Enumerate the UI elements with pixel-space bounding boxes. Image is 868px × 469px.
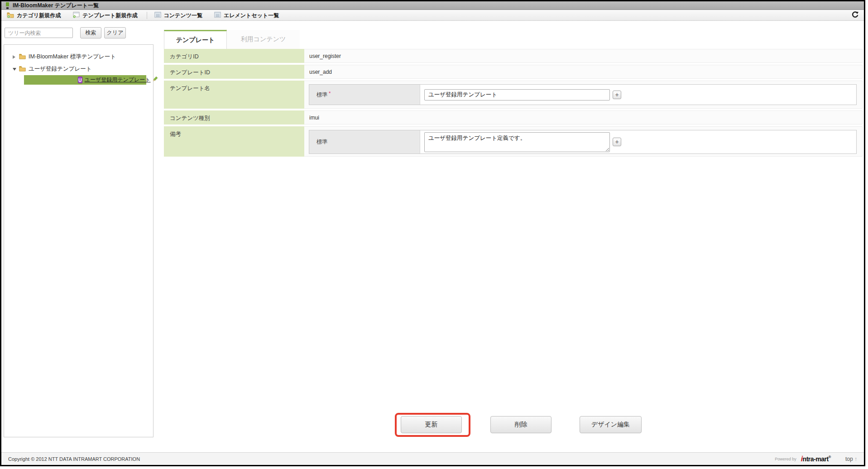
template-tree: IM-BloomMaker 標準テンプレート ユーザ登録テンプレート U ユーザ… <box>4 44 153 437</box>
add-locale-button[interactable]: + <box>613 91 621 99</box>
content-type-value: imui <box>304 110 863 124</box>
app-window: IM-BloomMaker テンプレート一覧 カテゴリ新規作成 <box>0 0 865 466</box>
locale-label: 標準 * <box>309 85 420 105</box>
content-list-label: コンテンツ一覧 <box>164 12 202 19</box>
design-edit-button[interactable]: デザイン編集 <box>580 416 642 433</box>
template-form: カテゴリID user_register テンプレートID user_add テ… <box>164 49 863 158</box>
elementset-list-label: エレメントセット一覧 <box>224 12 279 19</box>
template-add-icon <box>72 12 80 19</box>
refresh-button[interactable] <box>852 11 858 20</box>
search-button[interactable]: 検索 <box>80 27 101 38</box>
tree-node-label: ユーザ登録テンプレート <box>29 65 92 73</box>
new-category-button[interactable]: カテゴリ新規作成 <box>7 12 61 19</box>
field-label: テンプレートID <box>164 65 304 79</box>
elementset-list-button[interactable]: エレメントセット一覧 <box>214 12 279 19</box>
up-arrow-icon: ↑ <box>854 456 857 462</box>
pencil-icon <box>152 76 158 84</box>
toolbar-separator <box>147 12 147 19</box>
new-template-button[interactable]: テンプレート新規作成 <box>72 12 137 19</box>
toolbar: カテゴリ新規作成 テンプレート新規作成 コン <box>1 10 864 21</box>
tab-template[interactable]: テンプレート <box>164 30 227 49</box>
back-to-top-link[interactable]: top ↑ <box>845 456 857 462</box>
update-button[interactable]: 更新 <box>401 416 462 433</box>
copyright-text: Copyright © 2012 NTT DATA INTRAMART CORP… <box>8 456 140 462</box>
tab-used-contents[interactable]: 利用コンテンツ <box>227 30 300 49</box>
new-category-label: カテゴリ新規作成 <box>17 12 61 19</box>
locale-label: 標準 <box>309 130 420 153</box>
note-textarea[interactable]: ユーザ登録用テンプレート定義です。 <box>424 132 610 152</box>
required-mark: * <box>329 91 331 96</box>
add-locale-button[interactable]: + <box>613 138 621 146</box>
folder-add-icon <box>7 12 14 19</box>
field-row-category-id: カテゴリID user_register <box>164 49 863 63</box>
field-label: コンテンツ種別 <box>164 110 304 124</box>
tab-strip: テンプレート 利用コンテンツ <box>164 30 300 49</box>
list-icon <box>154 12 161 19</box>
new-template-label: テンプレート新規作成 <box>82 12 137 19</box>
title-bar: IM-BloomMaker テンプレート一覧 <box>1 1 864 10</box>
tree-node-user-register-template-selected[interactable]: U ユーザ登録用テンプレート <box>24 75 146 85</box>
tree-search-input[interactable] <box>5 28 73 38</box>
delete-button[interactable]: 削除 <box>490 416 551 433</box>
powered-by-label: Powered by <box>775 457 796 461</box>
field-label: カテゴリID <box>164 49 304 63</box>
tree-node-label: ユーザ登録用テンプレート <box>85 76 151 84</box>
template-name-value-area: 標準 * + <box>304 81 863 109</box>
footer: Copyright © 2012 NTT DATA INTRAMART CORP… <box>1 452 864 465</box>
chevron-down-icon[interactable] <box>13 68 16 71</box>
tree-node-label: IM-BloomMaker 標準テンプレート <box>29 53 116 61</box>
field-label: テンプレート名 <box>164 81 304 109</box>
template-id-value: user_add <box>304 65 863 79</box>
page-title: IM-BloomMaker テンプレート一覧 <box>13 2 99 10</box>
clear-button[interactable]: クリア <box>104 27 126 38</box>
list-icon <box>214 12 221 19</box>
tree-node-standard-templates[interactable]: IM-BloomMaker 標準テンプレート <box>4 51 153 63</box>
field-row-template-name: テンプレート名 標準 * + <box>164 81 863 109</box>
chevron-right-icon[interactable] <box>13 55 15 59</box>
refresh-icon <box>852 11 858 20</box>
field-row-content-type: コンテンツ種別 imui <box>164 110 863 124</box>
field-row-note: 備考 標準 ユーザ登録用テンプレート定義です。 + <box>164 126 863 157</box>
folder-icon <box>19 66 26 73</box>
intra-mart-logo: intra-mart® <box>801 455 831 463</box>
folder-icon <box>19 53 26 61</box>
template-name-input[interactable] <box>424 89 610 100</box>
field-label: 備考 <box>164 126 304 157</box>
category-id-value: user_register <box>304 49 863 63</box>
content-list-button[interactable]: コンテンツ一覧 <box>154 12 202 19</box>
template-u-icon: U <box>78 77 82 83</box>
tree-node-user-register-templates[interactable]: ユーザ登録テンプレート <box>4 63 153 75</box>
app-icon <box>6 2 9 9</box>
field-row-template-id: テンプレートID user_add <box>164 65 863 79</box>
note-value-area: 標準 ユーザ登録用テンプレート定義です。 + <box>304 126 863 157</box>
